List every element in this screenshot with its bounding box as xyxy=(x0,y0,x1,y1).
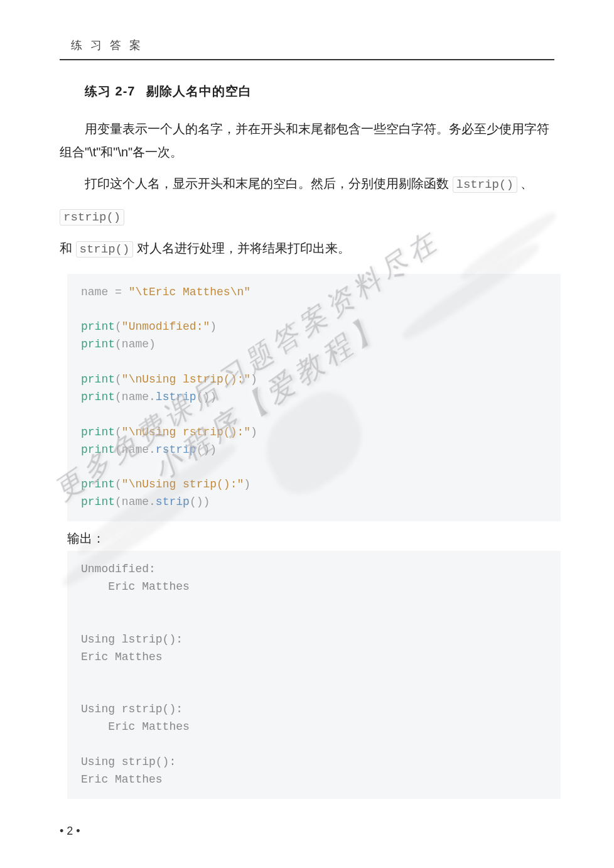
page-header: 练 习 答 案 xyxy=(60,38,554,60)
page-number: • 2 • xyxy=(60,825,80,838)
paragraph-2b: 和 strip() 对人名进行处理，并将结果打印出来。 xyxy=(60,232,554,265)
code-block: name = "\tEric Matthes\n" print("Unmodif… xyxy=(67,274,561,522)
code-rstrip: rstrip() xyxy=(60,209,124,225)
output-block: Unmodified: Eric Matthes Using lstrip():… xyxy=(67,551,561,799)
code-strip: strip() xyxy=(76,241,134,258)
exercise-heading: 练习 2-7剔除人名中的空白 xyxy=(85,83,554,100)
paragraph-1: 用变量表示一个人的名字，并在开头和末尾都包含一些空白字符。务必至少使用字符组合"… xyxy=(60,117,554,164)
exercise-name: 剔除人名中的空白 xyxy=(146,84,252,98)
output-label: 输出： xyxy=(67,530,554,547)
document-page: 练 习 答 案 练习 2-7剔除人名中的空白 用变量表示一个人的名字，并在开头和… xyxy=(0,0,614,824)
code-lstrip: lstrip() xyxy=(453,176,517,193)
paragraph-2a: 打印这个人名，显示开头和末尾的空白。然后，分别使用剔除函数 lstrip() 、… xyxy=(60,168,554,232)
exercise-number: 练习 2-7 xyxy=(85,84,135,98)
